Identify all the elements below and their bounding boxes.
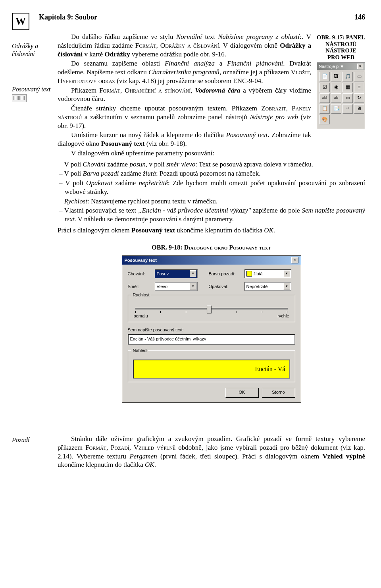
direction-dropdown[interactable]: Vlevo▾ [155,282,198,291]
figure-9-18-caption: OBR. 9-18: Dialogové okno Posouvaný text [58,244,365,251]
list-item: Rychlost: Nastavujeme rychlost posunu te… [58,197,365,206]
slider-label-fast: rychle [277,313,289,319]
label-repeat: Opakovat: [209,284,241,289]
preview-fieldset: Encián - Vá [128,350,295,382]
web-tools-panel: Nástroje p ▼ × 📄 🖼 🎵 ▭ ☑ ◉ ▦ ≡ abl ab ▭ … [317,62,365,129]
label-direction: Směr: [128,284,151,289]
list-item: V poli Opakovat zadáme nepřetržitě: Zde … [58,179,365,196]
chapter-title: Kapitola 9: Soubor [39,13,97,22]
app-logo: W [12,13,29,30]
margin-note-bullets: Odrážky a [12,43,38,49]
figure-9-17: OBR. 9-17: PANEL NÁSTROJŮ NÁSTROJE PRO W… [317,34,365,129]
tool-icon[interactable]: 📑 [331,104,341,114]
paragraph: Stránku dále oživíme grafickým a zvukový… [58,435,365,469]
tool-icon[interactable]: ↻ [354,93,364,103]
close-icon[interactable]: × [357,64,363,69]
dialog-title: Posouvaný text [125,257,157,263]
bgcolor-dropdown[interactable]: žlutá▾ [244,269,291,278]
chevron-down-icon: ▾ [190,270,196,277]
page-number: 146 [354,13,365,22]
paragraph: Práci s dialogovým oknem Posouvaný text … [58,226,365,235]
scrolltext-input[interactable]: Encián - Váš průvodce účetními výkazy [128,334,295,345]
tool-icon[interactable]: ▭ [343,93,353,103]
list-item: V poli Barva pozadí zadáme žlutá: Pozadí… [58,169,365,178]
margin-notes: Odrážky a číslování Posouvaný text [12,33,58,126]
tool-icon[interactable]: ab [331,93,341,103]
label-scrolltext: Sem napište posouvaný text: [128,327,295,333]
margin-note-scrolltext: Posouvaný text [12,86,50,93]
chevron-down-icon: ▾ [190,283,196,290]
chevron-down-icon: ▾ [283,270,290,277]
list-item: V poli Chování zadáme posun, v poli směr… [58,160,365,169]
tool-icon[interactable]: 🎵 [343,72,353,81]
margin-notes: Pozadí [12,435,58,468]
slider-label-slow: pomalu [134,313,148,319]
tool-icon[interactable]: 📄 [319,72,330,81]
repeat-dropdown[interactable]: Nepřetržitě▾ [244,282,291,291]
speed-fieldset: pomalu rychle [128,295,295,322]
speed-slider[interactable] [135,308,288,309]
scrolltext-icon [12,94,27,102]
paragraph: Umístíme kurzor na nový řádek a klepneme… [58,131,365,148]
margin-note-background: Pozadí [12,437,29,443]
cancel-button[interactable]: Storno [262,388,295,398]
tool-icon[interactable]: ▭ [354,72,364,81]
tool-icon[interactable]: ◉ [331,83,341,92]
label-behavior: Chování: [128,271,151,277]
color-swatch [246,271,252,277]
slider-thumb[interactable] [207,306,212,313]
tool-icon[interactable]: abl [319,93,330,103]
tool-icon[interactable]: ☑ [319,83,330,92]
tool-icon[interactable]: 🖼 [331,72,341,81]
tool-icon[interactable]: ▦ [343,83,353,92]
dash-list: V poli Chování zadáme posun, v poli směr… [58,160,365,224]
chevron-down-icon: ▾ [283,283,290,290]
paragraph: V dialogovém okně upřesníme parametry po… [58,149,365,158]
label-bgcolor: Barva pozadí: [209,271,241,277]
behavior-dropdown[interactable]: Posuv▾ [155,269,198,278]
preview-box: Encián - Vá [133,360,290,379]
tool-icon[interactable]: 📋 [319,104,330,114]
tool-icon[interactable]: 🖥 [354,104,364,114]
tool-icon[interactable]: 🎨 [319,115,330,124]
tool-icon[interactable]: ≡ [354,83,364,92]
ok-button[interactable]: OK [225,388,259,398]
list-item: Vlastní posouvající se text „Encián - vá… [58,206,365,224]
tool-icon[interactable]: ** [343,104,353,114]
scrolling-text-dialog: Posouvaný text × Chování: Posuv▾ Barva p… [122,255,301,403]
panel-title: Nástroje p ▼ [319,64,344,69]
close-icon[interactable]: × [291,257,298,263]
